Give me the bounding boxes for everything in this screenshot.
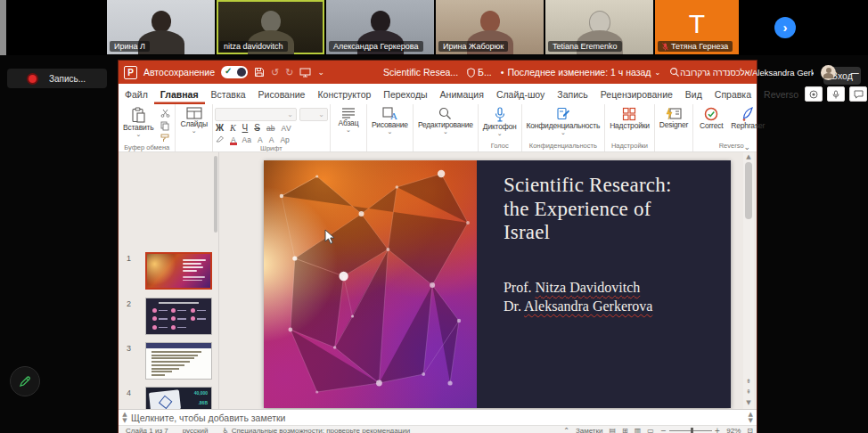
tab-transitions[interactable]: Переходы (377, 84, 433, 104)
tab-view[interactable]: Вид (679, 84, 708, 104)
thumbnail-scrollbar[interactable] (214, 154, 217, 409)
slide-1-thumbnail[interactable] (145, 252, 212, 290)
next-slide-button[interactable]: ⇟ (743, 377, 754, 386)
video-tile[interactable]: Tetiana Eremenko (545, 0, 653, 54)
tab-animations[interactable]: Анимация (434, 84, 490, 104)
view-slide-sorter-button[interactable]: ⊞ (622, 427, 628, 433)
notes-toggle-label[interactable]: Заметки (576, 427, 603, 433)
paste-button[interactable]: Вставить ⌄ (120, 106, 156, 138)
italic-button[interactable]: К (229, 123, 237, 133)
quick-access-more-icon[interactable]: ⌄ (317, 68, 324, 77)
video-tile[interactable]: Ирина Жаборюк (436, 0, 544, 54)
video-tile[interactable]: Александра Геркерова (326, 0, 434, 54)
collapse-ribbon-button[interactable]: ⌄ (743, 143, 750, 151)
designer-button[interactable]: Designer (657, 106, 691, 131)
format-painter-button[interactable] (157, 133, 173, 143)
scrollbar-thumb[interactable] (745, 162, 752, 219)
minimize-button[interactable]: — (843, 61, 866, 84)
tab-record[interactable]: Запись (551, 84, 594, 104)
character-spacing-button[interactable]: АV (280, 124, 291, 133)
protection-label[interactable]: Б... (478, 67, 492, 78)
cut-button[interactable] (157, 108, 173, 118)
grow-font-button[interactable]: А (257, 135, 264, 144)
participant-name: Ирина Л (114, 42, 145, 51)
copy-button[interactable] (157, 120, 173, 131)
strikethrough-button[interactable]: S (253, 123, 261, 133)
video-tile[interactable]: Ирина Л (107, 0, 215, 54)
presenter-coach-button[interactable] (827, 86, 845, 102)
view-normal-button[interactable]: ▤ (609, 427, 616, 433)
tab-home[interactable]: Главная (154, 84, 205, 104)
clear-formatting-button[interactable]: Ар (279, 135, 290, 144)
zoom-in-icon[interactable]: + (715, 427, 721, 433)
autosave-toggle[interactable]: ✓ (221, 66, 248, 78)
annotation-pencil-button[interactable] (10, 366, 40, 396)
notes-bar[interactable]: ▲ ▼ Щелкните, чтобы добавить заметки ▲ ▼ (119, 409, 757, 425)
correct-button[interactable]: Correct (695, 106, 727, 132)
comments-button[interactable] (849, 86, 867, 102)
dictate-button[interactable]: Диктофон ⌄ (480, 106, 520, 137)
avatar-tile[interactable]: T Тетяна Гернеза (655, 0, 739, 54)
addins-button[interactable]: Надстройки (607, 106, 652, 132)
slide-title[interactable]: Scientific Research: the Experience of I… (504, 174, 686, 245)
previous-slide-button[interactable]: ⇞ (743, 388, 754, 396)
save-icon[interactable] (254, 67, 265, 78)
view-slideshow-button[interactable]: ▭ (647, 427, 654, 433)
last-modified-label[interactable]: Последнее изменение: 1 ч назад (507, 67, 651, 78)
account-name[interactable]: אלכסנדרה גרקרובה/Aleksandra Gerkerova (680, 68, 814, 78)
drawing-button[interactable]: A Рисование ⌄ (369, 106, 411, 135)
text-shadow-button[interactable]: ab (266, 124, 275, 133)
notes-resize-grip[interactable]: ▲ ▼ (119, 412, 131, 424)
fit-slide-button[interactable]: ⊡ (747, 427, 753, 433)
font-name-combobox[interactable]: ⌄ (215, 108, 297, 121)
change-case-button[interactable]: Аа (242, 135, 253, 144)
notes-scroll-arrows[interactable]: ▲ ▼ (749, 412, 757, 424)
powerpoint-logo-icon[interactable]: P (124, 66, 137, 79)
tab-design[interactable]: Конструктор (311, 84, 377, 104)
tab-file[interactable]: Файл (119, 84, 154, 104)
underline-button[interactable]: Ч (242, 123, 250, 133)
slide-3-thumbnail[interactable] (145, 342, 212, 380)
tab-slideshow[interactable]: Слайд-шоу (490, 84, 551, 104)
undo-icon[interactable]: ↺ (271, 67, 279, 78)
tab-help[interactable]: Справка (708, 84, 757, 104)
language-label[interactable]: русский (183, 427, 209, 433)
zoom-slider[interactable]: − + (660, 427, 720, 433)
notes-placeholder[interactable]: Щелкните, чтобы добавить заметки (131, 413, 285, 423)
shrink-font-button[interactable]: А (268, 135, 275, 144)
accessibility-label[interactable]: Специальные возможности: проверьте реком… (232, 427, 411, 433)
record-button[interactable] (805, 86, 823, 102)
tab-insert[interactable]: Вставка (205, 84, 252, 104)
current-slide[interactable]: Scientific Research: the Experience of I… (264, 160, 731, 408)
editing-button[interactable]: Редактирование ⌄ (415, 106, 476, 135)
recording-indicator[interactable]: Запись... (7, 69, 107, 88)
account-avatar[interactable] (821, 65, 836, 80)
slide-4-thumbnail[interactable]: 40,000 .86B Success of Israeli start-ups (145, 387, 212, 409)
next-videos-button[interactable]: › (774, 17, 796, 38)
scroll-down-button[interactable]: ▼ (743, 398, 754, 407)
slide-2-thumbnail[interactable] (145, 298, 212, 335)
slide-canvas-area[interactable]: Scientific Research: the Experience of I… (220, 152, 742, 409)
video-tile-active-speaker[interactable]: nitza davidovitch (217, 0, 324, 54)
redo-icon[interactable]: ↻ (285, 67, 293, 78)
font-color-button[interactable]: А (230, 135, 237, 144)
text-highlight-button[interactable] (215, 135, 225, 144)
tab-reverso[interactable]: Reverso (757, 84, 805, 104)
slide-scrollbar[interactable]: ▲ ▼ ⇞ ⇟ (743, 152, 754, 409)
zoom-percent[interactable]: 92% (726, 427, 741, 433)
view-reading-button[interactable]: ▥ (635, 427, 642, 433)
slide-authors[interactable]: Prof. Nitza Davidovitch Dr. Aleksandra G… (504, 279, 717, 316)
slides-button[interactable]: Слайды ⌄ (177, 106, 209, 135)
rephraser-button[interactable]: Rephraser (728, 106, 767, 132)
search-icon[interactable] (669, 67, 680, 78)
scroll-up-button[interactable]: ▲ (743, 152, 754, 161)
paragraph-button[interactable]: Абзац ⌄ (332, 106, 364, 134)
privacy-button[interactable]: Конфиденциальность ⌄ (524, 106, 603, 136)
tab-review[interactable]: Рецензирование (594, 84, 679, 104)
bold-button[interactable]: Ж (215, 123, 225, 133)
zoom-out-icon[interactable]: − (660, 427, 667, 433)
start-presentation-icon[interactable] (299, 68, 311, 78)
tab-draw[interactable]: Рисование (252, 84, 312, 104)
zoom-slider-knob[interactable] (691, 428, 693, 433)
font-size-combobox[interactable]: ⌄ (299, 108, 328, 121)
